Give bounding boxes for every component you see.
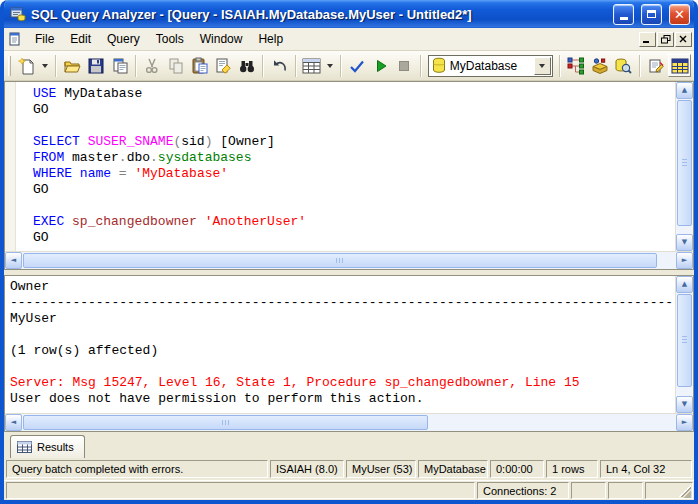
editor-horizontal-scrollbar: ◄ ► [5, 251, 693, 269]
statusbar-field: ISAIAH (8.0) [270, 460, 344, 478]
database-combo-dropdown[interactable] [534, 57, 551, 75]
scroll-track[interactable] [676, 99, 693, 234]
scroll-thumb[interactable] [23, 415, 428, 430]
scroll-up-button[interactable]: ▲ [676, 82, 693, 99]
results-pane-icon [671, 58, 689, 74]
mdi-minimize-icon [643, 35, 652, 44]
undo-button[interactable] [268, 54, 291, 77]
resize-grip[interactable] [679, 485, 691, 497]
menu-tools[interactable]: Tools [148, 29, 192, 49]
mdi-restore-button[interactable] [657, 32, 674, 47]
editor-code-line: SELECT SUSER_SNAME(sid) [Owner] [17, 134, 675, 150]
copy-icon [167, 57, 185, 75]
scroll-thumb[interactable] [23, 253, 657, 268]
statusbar-pane [645, 482, 693, 499]
results-line: User does not have permission to perform… [10, 391, 675, 407]
object-search-button[interactable] [612, 54, 635, 77]
minimize-button[interactable] [613, 4, 634, 25]
titlebar: SQL Query Analyzer - [Query - ISAIAH.MyD… [4, 0, 694, 28]
chevron-down-icon [327, 64, 333, 68]
tab-results[interactable]: Results [10, 435, 85, 458]
clear-window-button[interactable] [212, 54, 235, 77]
menu-edit[interactable]: Edit [62, 29, 99, 49]
toolbar-separator [559, 55, 561, 77]
copy-button[interactable] [165, 54, 188, 77]
maximize-button[interactable] [641, 4, 662, 25]
toolbar-grip[interactable] [8, 56, 11, 76]
execute-mode-button[interactable] [301, 54, 324, 77]
paste-button[interactable] [188, 54, 211, 77]
results-line: ----------------------------------------… [10, 295, 675, 311]
menu-file[interactable]: File [27, 29, 62, 49]
minimize-icon [620, 17, 628, 20]
editor-code-line: EXEC sp_changedbowner 'AnotherUser' [17, 214, 675, 230]
results-grid-icon [17, 441, 32, 453]
execution-plan-icon [567, 57, 585, 75]
parse-check-icon [348, 57, 366, 75]
scroll-thumb[interactable] [677, 294, 692, 387]
query-statusbar: Query batch completed with errors.ISAIAH… [4, 459, 694, 480]
object-browser-icon [591, 57, 609, 75]
scroll-up-button[interactable]: ▲ [676, 276, 693, 293]
selection-margin [5, 82, 16, 251]
execute-mode-grid-icon [302, 58, 322, 74]
scroll-track[interactable] [676, 293, 693, 396]
insert-template-button[interactable] [108, 54, 131, 77]
scroll-down-button[interactable]: ▼ [676, 396, 693, 413]
menu-window[interactable]: Window [192, 29, 251, 49]
editor-code-line: GO [17, 102, 675, 118]
find-binoculars-icon [238, 57, 256, 75]
cut-button[interactable] [141, 54, 164, 77]
toolbar-separator [55, 55, 57, 77]
show-results-pane-button[interactable] [668, 54, 691, 77]
close-button[interactable]: ✕ [669, 4, 690, 25]
query-editor[interactable]: USE MyDatabaseGO SELECT SUSER_SNAME(sid)… [5, 82, 675, 251]
show-execution-plan-button[interactable] [565, 54, 588, 77]
sql-query-analyzer-window: SQL Query Analyzer - [Query - ISAIAH.MyD… [0, 0, 698, 504]
app-icon [10, 6, 26, 22]
results-line [10, 327, 675, 343]
find-button[interactable] [236, 54, 259, 77]
open-button[interactable] [61, 54, 84, 77]
execute-mode-dropdown[interactable] [324, 54, 335, 77]
save-button[interactable] [85, 54, 108, 77]
scroll-left-button[interactable]: ◄ [5, 414, 22, 431]
statusbar-field: Ln 4, Col 32 [600, 460, 692, 478]
editor-code-line [17, 198, 675, 214]
statusbar-field: MyUser (53) [346, 460, 416, 478]
mdi-close-button[interactable] [675, 32, 692, 47]
mdi-minimize-button[interactable] [639, 32, 656, 47]
scroll-left-button[interactable]: ◄ [5, 252, 22, 269]
scroll-down-button[interactable]: ▼ [676, 234, 693, 251]
database-combo[interactable]: MyDatabase [428, 55, 553, 77]
results-text[interactable]: Owner-----------------------------------… [5, 276, 675, 413]
new-query-dropdown[interactable] [40, 54, 51, 77]
scroll-thumb[interactable] [677, 100, 692, 226]
chevron-down-icon [539, 64, 545, 68]
new-query-button[interactable] [16, 54, 39, 77]
connection-properties-button[interactable] [645, 54, 668, 77]
statusbar-field: Query batch completed with errors. [6, 460, 268, 478]
save-floppy-icon [87, 57, 105, 75]
parse-query-button[interactable] [346, 54, 369, 77]
maximize-icon [647, 10, 656, 18]
toolbar-separator [295, 55, 297, 77]
scroll-track[interactable] [22, 252, 676, 269]
scroll-right-button[interactable]: ► [676, 414, 693, 431]
toolbar-separator [262, 55, 264, 77]
object-search-icon [614, 57, 632, 75]
editor-code-line: WHERE name = 'MyDatabase' [17, 166, 675, 182]
results-line: (1 row(s) affected) [10, 343, 675, 359]
execute-play-icon [372, 57, 390, 75]
editor-code-line: GO [17, 230, 675, 246]
menu-help[interactable]: Help [250, 29, 291, 49]
scroll-track[interactable] [22, 414, 676, 431]
execute-query-button[interactable] [369, 54, 392, 77]
scroll-right-button[interactable]: ► [676, 252, 693, 269]
cancel-query-button[interactable] [393, 54, 416, 77]
object-browser-button[interactable] [588, 54, 611, 77]
clear-window-icon [214, 57, 232, 75]
menu-query[interactable]: Query [99, 29, 148, 49]
results-line: MyUser [10, 311, 675, 327]
editor-code-line: USE MyDatabase [17, 86, 675, 102]
